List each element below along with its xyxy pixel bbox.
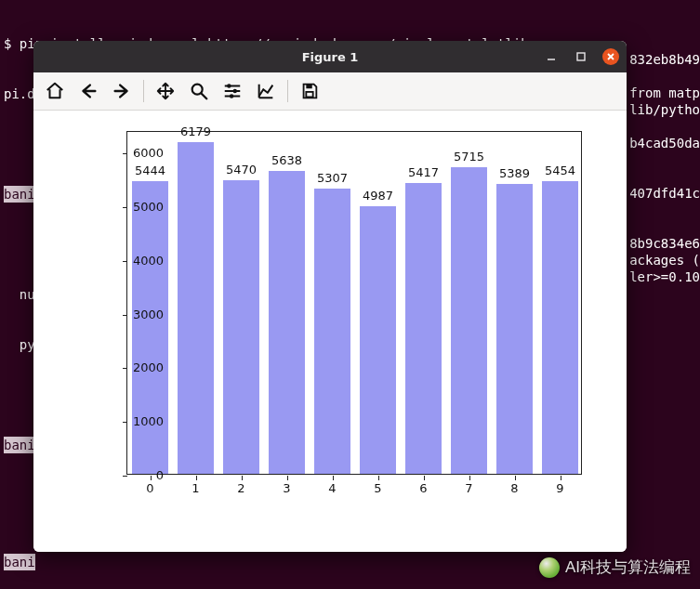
axis-edit-button[interactable] <box>250 75 282 107</box>
xtick-mark <box>469 476 470 480</box>
bar <box>496 184 532 474</box>
xtick-mark <box>378 476 379 480</box>
zoom-icon <box>189 81 209 101</box>
terminal-prompt: bani <box>4 554 35 570</box>
xtick-label: 1 <box>192 481 199 495</box>
bar-value-label: 5454 <box>545 164 575 177</box>
close-icon <box>605 51 616 62</box>
terminal-fragment: 832eb8b49 <box>629 52 700 67</box>
back-icon <box>78 81 99 101</box>
matplotlib-toolbar <box>33 72 627 111</box>
chart-axes: 5444061791547025638353074498755417657157… <box>126 131 582 475</box>
ytick-label: 4000 <box>117 253 164 267</box>
xtick-label: 5 <box>374 481 381 495</box>
home-icon <box>45 81 65 101</box>
toolbar-separator <box>143 80 144 102</box>
xtick-mark <box>561 476 561 480</box>
zoom-button[interactable] <box>183 75 215 107</box>
window-title: Figure 1 <box>33 50 627 64</box>
xtick-mark <box>424 476 425 480</box>
bar <box>360 206 395 474</box>
bar-value-label: 5417 <box>408 165 439 179</box>
ytick-label: 2000 <box>117 360 164 374</box>
bar <box>405 183 441 474</box>
bar-value-label: 5307 <box>317 171 348 185</box>
bar-value-label: 5470 <box>226 163 257 177</box>
bar <box>542 181 577 474</box>
terminal-fragment: 407dfd41c <box>629 186 700 201</box>
svg-rect-1 <box>577 53 585 60</box>
svg-point-10 <box>233 89 237 93</box>
terminal-fragment: lib/pytho <box>629 102 700 117</box>
xtick-mark <box>242 476 243 480</box>
forward-button[interactable] <box>106 75 138 107</box>
subplots-button[interactable] <box>217 75 248 107</box>
plot-area[interactable]: 5444061791547025638353074498755417657157… <box>33 111 627 552</box>
terminal-prompt: bani <box>4 186 35 203</box>
toolbar-separator <box>287 80 288 102</box>
forward-icon <box>112 81 132 101</box>
svg-rect-13 <box>306 92 312 98</box>
pan-icon <box>155 81 176 101</box>
svg-line-5 <box>202 94 207 99</box>
bar <box>451 167 486 474</box>
wechat-icon <box>539 557 560 578</box>
terminal-fragment: ler>=0.10 <box>629 269 700 284</box>
bar <box>314 189 350 474</box>
xtick-label: 6 <box>419 481 427 495</box>
home-button[interactable] <box>39 75 71 107</box>
back-button[interactable] <box>73 75 104 107</box>
xtick-label: 0 <box>146 481 153 495</box>
axis-edit-icon <box>256 81 276 101</box>
watermark: AI科技与算法编程 <box>539 556 691 578</box>
bar-value-label: 5444 <box>135 164 165 177</box>
ytick-label: 0 <box>117 468 164 482</box>
ytick-label: 3000 <box>117 307 164 321</box>
terminal-fragment: b4cad50da <box>629 136 700 151</box>
xtick-label: 4 <box>328 481 336 495</box>
xtick-label: 2 <box>237 481 244 495</box>
bar <box>132 181 167 474</box>
ytick-label: 1000 <box>117 414 164 428</box>
save-icon <box>299 81 320 101</box>
ytick-label: 6000 <box>117 146 164 160</box>
xtick-mark <box>515 476 516 480</box>
terminal-fragment: 8b9c834e6 <box>629 236 700 251</box>
xtick-mark <box>333 476 334 480</box>
xtick-label: 8 <box>510 481 518 495</box>
svg-point-9 <box>227 84 231 87</box>
terminal-fragment: from matp <box>629 85 700 100</box>
svg-rect-12 <box>306 85 311 89</box>
window-titlebar[interactable]: Figure 1 <box>33 41 627 72</box>
bar <box>223 180 258 474</box>
xtick-label: 9 <box>556 481 563 495</box>
bar-value-label: 5638 <box>271 153 302 167</box>
bar <box>269 171 304 474</box>
terminal-prompt: bani <box>4 437 35 453</box>
watermark-text: AI科技与算法编程 <box>565 556 691 578</box>
figure-window: Figure 1 <box>33 41 627 552</box>
bar-value-label: 5389 <box>499 166 530 180</box>
save-button[interactable] <box>294 75 325 107</box>
xtick-label: 7 <box>465 481 472 495</box>
close-button[interactable] <box>602 48 619 65</box>
minimize-icon <box>546 51 557 62</box>
bar <box>178 142 213 474</box>
svg-point-11 <box>230 94 233 98</box>
window-controls <box>543 41 623 72</box>
xtick-label: 3 <box>283 481 290 495</box>
minimize-button[interactable] <box>543 48 560 65</box>
maximize-icon <box>575 51 587 62</box>
bar-value-label: 5715 <box>454 150 484 164</box>
bar-value-label: 6179 <box>180 124 211 138</box>
terminal-fragment: ackages ( <box>629 253 700 268</box>
subplots-icon <box>222 81 243 101</box>
xtick-mark <box>196 476 197 480</box>
ytick-label: 5000 <box>117 199 164 213</box>
bar-value-label: 4987 <box>363 189 393 203</box>
pan-button[interactable] <box>150 75 181 107</box>
maximize-button[interactable] <box>573 48 589 65</box>
xtick-mark <box>287 476 288 480</box>
